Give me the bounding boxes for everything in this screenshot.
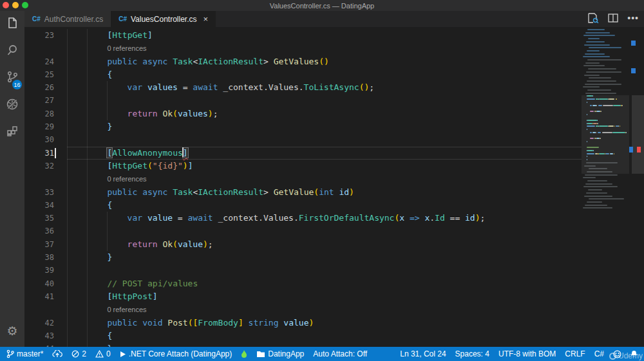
status-item-spaces-4[interactable]: Spaces: 4 — [455, 349, 489, 358]
indent-guide — [87, 199, 88, 212]
close-tab-icon[interactable]: × — [203, 14, 208, 24]
status-item-cloud-upload[interactable] — [52, 350, 62, 358]
close-window-button[interactable] — [3, 2, 9, 8]
more-actions-icon[interactable]: ••• — [627, 13, 639, 23]
code-line[interactable]: 43{ — [24, 329, 582, 342]
code-token: ToListAsync — [304, 82, 359, 92]
code-line[interactable]: 31[AllowAnonymous] — [24, 147, 582, 160]
codelens-row[interactable]: 0 references — [24, 172, 582, 185]
status-item-net-core-attach-datingapp[interactable]: .NET Core Attach (DatingApp) — [120, 349, 232, 358]
status-item-datingapp[interactable]: DatingApp — [256, 349, 304, 358]
tab-authcontroller[interactable]: C# AuthController.cs — [24, 11, 111, 27]
minimap-line — [587, 89, 611, 91]
sidebar-item-extensions[interactable] — [0, 119, 24, 146]
code-line[interactable]: 39 — [24, 264, 582, 277]
code-line[interactable]: 37return Ok(value); — [24, 238, 582, 251]
code-line[interactable]: 33public async Task<IActionResult> GetVa… — [24, 186, 582, 199]
editor-actions: ••• — [587, 13, 639, 23]
indent-guide — [67, 264, 68, 277]
window-title: ValuesController.cs — DatingApp — [270, 2, 374, 10]
minimap-slider[interactable] — [582, 95, 629, 174]
code-token: HttpPost — [112, 292, 153, 301]
code-line[interactable]: 27 — [24, 94, 582, 107]
code-line[interactable]: 42public void Post([FromBody] string val… — [24, 317, 582, 329]
codelens-row[interactable]: 0 references — [24, 303, 582, 316]
line-content: [HttpPost] — [67, 290, 582, 303]
indent-guide — [67, 225, 68, 237]
status-item-flame[interactable] — [241, 350, 247, 358]
status-item-bell[interactable] — [630, 350, 638, 358]
line-content: var values = await _context.Values.ToLis… — [67, 81, 582, 94]
status-item-c[interactable]: C# — [594, 349, 604, 358]
sidebar-item-debug[interactable] — [0, 92, 24, 119]
indent-guide — [67, 147, 68, 160]
zoom-window-button[interactable] — [22, 2, 28, 8]
status-item-smiley[interactable] — [613, 350, 621, 358]
status-item-utf-8-with-bom[interactable]: UTF-8 with BOM — [498, 349, 556, 358]
search-icon — [5, 43, 19, 60]
open-preview-icon[interactable] — [587, 13, 599, 23]
codelens-references[interactable]: 0 references — [67, 175, 147, 183]
code-token: = — [178, 82, 193, 92]
code-line[interactable]: 32[HttpGet("{id}")] — [24, 160, 582, 172]
indent-guide — [107, 81, 108, 94]
settings-gear-button[interactable]: ⚙ — [6, 325, 17, 338]
code-token: await — [188, 213, 218, 223]
overview-mark — [631, 68, 636, 73]
overview-mark — [629, 147, 633, 153]
minimap-line — [586, 41, 605, 42]
status-item-ln-31-col-24[interactable]: Ln 31, Col 24 — [400, 349, 446, 358]
code-line[interactable]: 40// POST api/values — [24, 277, 582, 290]
code-line[interactable]: 23[HttpGet] — [24, 29, 582, 42]
code-line[interactable]: 36 — [24, 225, 582, 237]
scrollbar-thumb[interactable] — [632, 95, 644, 174]
code-token: return — [128, 109, 163, 118]
code-line[interactable]: 28return Ok(values); — [24, 107, 582, 120]
sidebar-item-source-control[interactable]: 16 — [0, 65, 24, 92]
codelens-references[interactable]: 0 references — [67, 306, 147, 313]
split-editor-icon[interactable] — [608, 14, 618, 23]
indent-guide — [87, 133, 88, 146]
minimize-window-button[interactable] — [12, 2, 19, 8]
code-line[interactable]: 44} — [24, 342, 582, 347]
status-item-crlf[interactable]: CRLF — [565, 349, 585, 358]
code-line[interactable]: 25{ — [24, 68, 582, 81]
code-line[interactable]: 30 — [24, 133, 582, 146]
sidebar-item-explorer[interactable] — [0, 11, 24, 38]
line-content: 0 references — [67, 42, 582, 55]
status-item-2[interactable]: 2 — [71, 349, 86, 358]
status-item-master[interactable]: master* — [6, 349, 43, 358]
code-token: ] — [183, 148, 188, 158]
code-token: ( — [173, 239, 178, 249]
code-line[interactable]: 38} — [24, 251, 582, 264]
code-line[interactable]: 29} — [24, 120, 582, 133]
status-item-0[interactable]: 0 — [95, 349, 111, 358]
code-line[interactable]: 24public async Task<IActionResult> GetVa… — [24, 55, 582, 68]
codelens-row[interactable]: 0 references — [24, 42, 582, 55]
code-editor[interactable]: 23[HttpGet]0 references24public async Ta… — [24, 27, 644, 347]
status-item-auto-attach-off[interactable]: Auto Attach: Off — [313, 349, 367, 358]
minimap-line — [584, 75, 600, 76]
overview-ruler[interactable] — [629, 27, 644, 347]
code-token: { — [107, 200, 112, 210]
code-token: ) — [309, 318, 314, 328]
code-token: var — [128, 213, 147, 223]
codelens-references[interactable]: 0 references — [67, 44, 147, 52]
code-line[interactable]: 26var values = await _context.Values.ToL… — [24, 81, 582, 94]
code-line[interactable]: 35var value = await _context.Values.Firs… — [24, 212, 582, 225]
tab-valuescontroller[interactable]: C# ValuesController.cs × — [111, 11, 216, 27]
line-number: 37 — [24, 238, 67, 251]
code-line[interactable]: 41[HttpPost] — [24, 290, 582, 303]
code-token: _context.Values. — [218, 213, 299, 223]
sidebar-item-search[interactable] — [0, 38, 24, 65]
minimap-line — [588, 38, 600, 39]
files-icon — [5, 16, 19, 33]
source-control-badge: 16 — [12, 80, 22, 89]
indent-guide — [87, 342, 88, 347]
code-token: ; — [213, 109, 218, 118]
status-label: .NET Core Attach (DatingApp) — [129, 349, 232, 358]
indent-guide — [87, 303, 88, 316]
code-line[interactable]: 34{ — [24, 199, 582, 212]
code-area[interactable]: 23[HttpGet]0 references24public async Ta… — [24, 29, 582, 347]
minimap[interactable] — [582, 27, 629, 347]
